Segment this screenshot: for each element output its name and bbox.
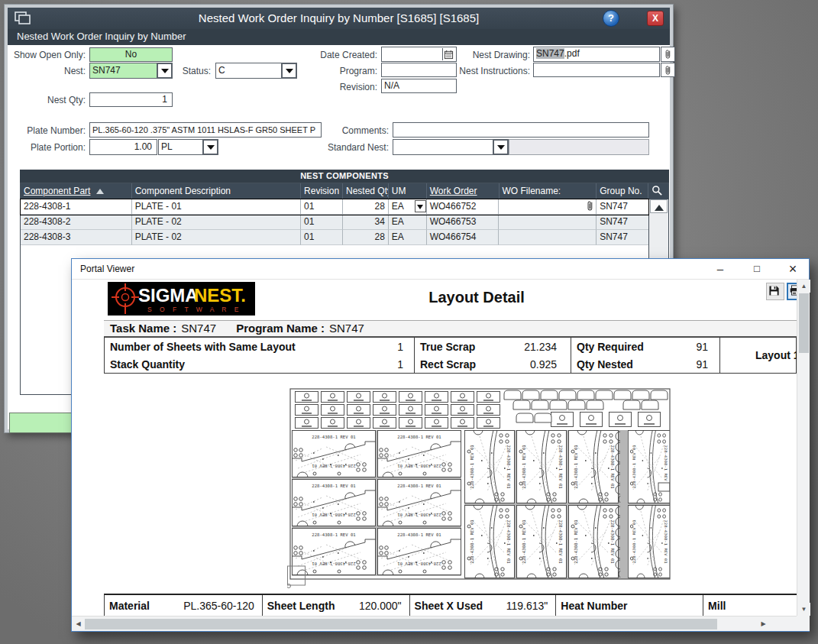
show-open-only-field[interactable]: No [89,47,173,62]
floppy-icon [768,285,780,296]
window-subtitle: Nested Work Order Inquiry by Number [8,29,670,45]
show-open-only-label: Show Open Only: [8,48,86,63]
rect-scrap-label: Rect Scrap [415,358,530,371]
um-dropdown-icon[interactable] [415,200,426,212]
plate-number-field[interactable]: PL.365-60-120 .375" ASTM 1011 HSLAS-F GR… [89,122,322,138]
status-value: C [218,65,225,76]
col-component-description[interactable]: Component Description [132,183,301,199]
scroll-up-icon[interactable] [650,199,668,213]
sheets-value: 1 [397,341,414,353]
save-button[interactable] [766,283,784,300]
desktop: { "app": { "title": "Nested Work Order I… [0,0,818,644]
status-combo[interactable]: C [215,63,297,79]
standard-nest-dropdown-icon[interactable] [493,141,507,154]
nest-qty-field[interactable]: 1 [89,92,173,107]
plate-portion-label: Plate Portion: [8,141,86,155]
task-name-label: Task Name : [110,322,176,335]
standard-nest-label: Standard Nest: [302,141,389,155]
sheets-label: Number of Sheets with Same Layout [105,341,397,353]
inquiry-titlebar[interactable]: Nested Work Order Inquiry by Number [S16… [8,8,670,29]
standard-nest-panel [509,139,649,155]
portal-viewer-window: Portal Viewer – □ × SIGMA NEST. S O F T … [71,258,810,632]
col-component-part[interactable]: Component Part [21,183,132,199]
standard-nest-combo[interactable] [393,139,509,155]
sheet-x-used-label: Sheet X Used [410,600,506,612]
qty-required-value: 91 [696,341,719,353]
plate-portion-field[interactable]: 1.00 [89,139,157,155]
date-created-label: Date Created: [290,48,377,63]
scroll-left-icon[interactable]: ◀ [72,616,85,631]
report-page: SIGMA NEST. S O F T W A R E Layout Detai… [72,280,797,616]
sheet-length-label: Sheet Length [263,600,359,612]
col-group-no[interactable]: Group No. [597,183,648,199]
layout-stats-table: Number of Sheets with Same Layout1 Stack… [104,337,797,374]
horizontal-scroll-thumb[interactable] [85,619,717,629]
paperclip-icon[interactable] [585,199,595,215]
revision-field[interactable]: N/A [381,79,457,93]
nest-dropdown-icon[interactable] [157,64,171,77]
material-label: Material [105,600,183,612]
nest-drawing-field[interactable]: SN747.pdf [533,47,660,62]
paperclip-icon [663,64,673,76]
nest-combo[interactable]: SN747 [89,63,173,79]
true-scrap-label: True Scrap [415,341,524,353]
report-heading: Layout Detail [301,289,652,306]
sheet-x-used-value: 119.613" [506,600,556,612]
material-info-row: MaterialPL.365-60-120 Sheet Length120.00… [104,594,797,616]
sheet-length-value: 120.000" [359,600,409,612]
plate-portion-dropdown-icon[interactable] [203,141,217,154]
col-wo-filename[interactable]: WO Filename: [500,183,597,199]
col-um[interactable]: UM [389,183,427,199]
scrollbar-corner [797,616,810,631]
nest-components-header: NEST COMPONENTS [20,170,669,183]
nest-drawing-attachment-button[interactable] [661,47,675,62]
date-created-field[interactable] [381,47,457,62]
print-button[interactable] [787,283,797,300]
window-title: Nested Work Order Inquiry by Number [S16… [8,11,670,24]
nest-value: SN747 [92,65,121,76]
nest-drawing-selected-text: SN747 [536,48,564,59]
col-nested-qty[interactable]: Nested Qty [343,183,389,199]
col-work-order[interactable]: Work Order [427,183,500,199]
stack-label: Stack Quantity [105,358,397,371]
plate-number-label: Plate Number: [8,124,86,138]
portal-titlebar[interactable]: Portal Viewer – □ × [72,259,809,280]
close-button[interactable]: X [647,11,664,26]
table-row[interactable]: 228-4308-1 PLATE - 01 01 28 EA WO466752 … [21,199,648,215]
logo-sigma-text: SIGMA [138,285,199,306]
scroll-down-icon[interactable]: ▼ [797,603,810,616]
bottom-green-button[interactable] [9,413,79,433]
sort-asc-icon [96,189,104,194]
vertical-scrollbar[interactable]: ▲ ▼ [797,280,810,616]
program-field[interactable] [381,63,457,77]
comments-field[interactable] [393,122,649,138]
help-button[interactable]: ? [603,10,619,27]
scroll-right-icon[interactable]: ▶ [757,616,770,631]
col-revision[interactable]: Revision [301,183,343,199]
table-row[interactable]: 228-4308-3 PLATE - 02 01 28 EA WO466754 … [21,230,648,245]
scroll-up-icon[interactable]: ▲ [797,280,810,293]
minimize-button[interactable]: – [710,259,730,280]
search-icon[interactable] [648,183,668,199]
vertical-scroll-thumb[interactable] [799,293,809,353]
portal-title: Portal Viewer [80,264,134,274]
nest-qty-label: Nest Qty: [8,93,86,108]
material-value: PL.365-60-120 [183,600,262,612]
sigmanest-logo: SIGMA NEST. S O F T W A R E [108,282,255,316]
task-name-value: SN747 [181,322,216,335]
qty-nested-label: Qty Nested [571,358,696,371]
status-dropdown-icon[interactable] [282,64,296,77]
qty-nested-value: 91 [696,358,719,371]
nest-instructions-field[interactable] [533,63,660,77]
horizontal-scrollbar[interactable]: ◀ ▶ [72,616,797,631]
program-label: Program: [290,64,377,79]
maximize-button[interactable]: □ [747,259,767,280]
logo-software-text: S O F T W A R E [147,306,241,313]
stack-value: 1 [397,358,414,371]
nest-instructions-attachment-button[interactable] [661,63,675,77]
table-row[interactable]: 228-4308-2 PLATE - 02 01 34 EA WO466753 … [21,215,648,230]
heat-number-label: Heat Number [556,600,695,612]
plate-portion-um-combo[interactable]: PL [158,139,218,155]
calendar-icon[interactable] [442,48,455,60]
portal-close-button[interactable]: × [783,259,803,280]
